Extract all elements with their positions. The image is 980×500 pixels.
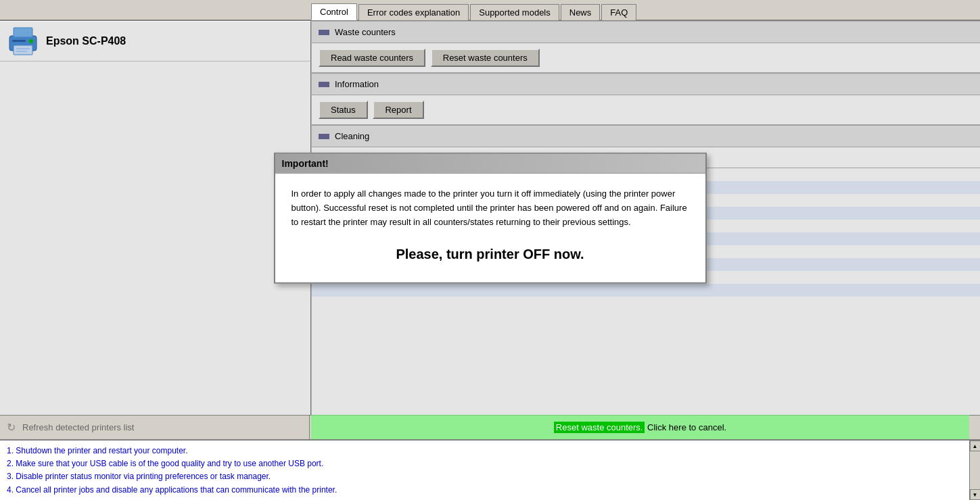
important-modal: Important! In order to apply all changes…: [274, 153, 707, 284]
tab-faq[interactable]: FAQ: [601, 4, 636, 20]
notification-rest: Click here to cancel.: [645, 422, 726, 432]
modal-title-bar: Important!: [275, 154, 705, 174]
info-line-1: 1. Shutdown the printer and restart your…: [7, 445, 962, 457]
notification-highlight: Reset waste counters.: [554, 422, 645, 433]
info-line-3: 3. Disable printer status monitor via pr…: [7, 470, 962, 483]
modal-overlay: Important! In order to apply all changes…: [0, 22, 980, 415]
info-line-4: 4. Cancel all printer jobs and disable a…: [7, 484, 962, 497]
tab-bar: Control Error codes explanation Supporte…: [0, 0, 980, 21]
tab-supported-models[interactable]: Supported models: [470, 4, 559, 20]
tab-news[interactable]: News: [561, 4, 601, 20]
refresh-label: Refresh detected printers list: [22, 422, 134, 432]
notification-bar[interactable]: Reset waste counters. Click here to canc…: [311, 415, 969, 439]
scrollbar-right: ▲ ▼: [969, 441, 980, 500]
refresh-icon: ↻: [7, 421, 16, 434]
scrollbar-up[interactable]: ▲: [970, 441, 981, 451]
scrollbar-down[interactable]: ▼: [970, 489, 981, 500]
modal-body: In order to apply all changes made to th…: [275, 174, 705, 282]
modal-title: Important!: [282, 158, 329, 169]
info-line-2: 2. Make sure that your USB cable is of t…: [7, 457, 962, 470]
modal-turn-off-text: Please, turn printer OFF now.: [291, 240, 689, 269]
bottom-info: 1. Shutdown the printer and restart your…: [0, 439, 980, 500]
notification-text: Reset waste counters. Click here to canc…: [554, 422, 726, 432]
refresh-button[interactable]: ↻ Refresh detected printers list: [0, 416, 310, 440]
tab-error-codes[interactable]: Error codes explanation: [358, 4, 469, 20]
modal-body-text: In order to apply all changes made to th…: [291, 187, 689, 229]
bottom-info-content: 1. Shutdown the printer and restart your…: [0, 441, 969, 500]
tab-control[interactable]: Control: [311, 3, 357, 20]
